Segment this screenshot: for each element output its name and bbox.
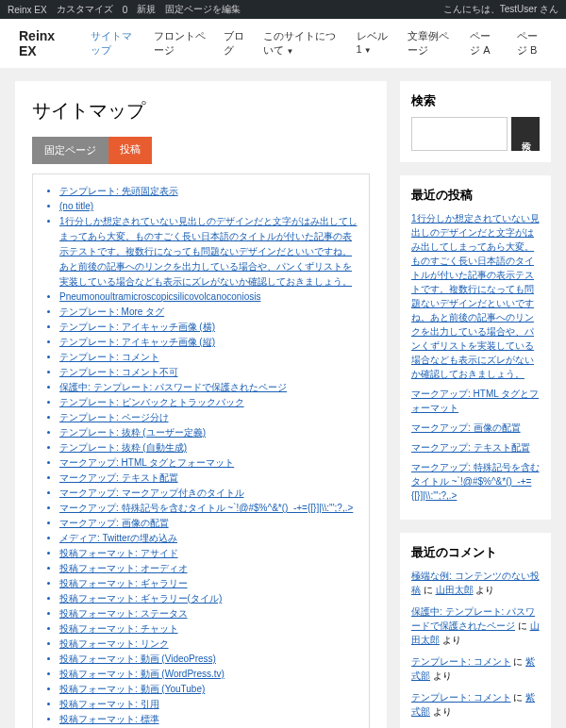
recent-post-link[interactable]: マークアップ: HTML タグとフォーマット xyxy=(411,389,539,413)
post-list-item: (no title) xyxy=(59,199,359,214)
post-link[interactable]: マークアップ: 特殊記号を含むタイトル ~`!@#$%^&*()_-+={[}]… xyxy=(59,503,353,513)
admin-bar-right: こんにちは、TestUser さん xyxy=(443,3,558,16)
post-link[interactable]: 投稿フォーマット: ステータス xyxy=(59,608,188,619)
recent-comments-widget: 最近のコメント 極端な例: コンテンツのない投稿 に 山田太郎 より保護中: テ… xyxy=(400,533,551,728)
admin-bar-item[interactable]: カスタマイズ xyxy=(57,3,113,16)
search-input[interactable] xyxy=(411,117,508,151)
admin-bar: Reinx EXカスタマイズ0新規固定ページを編集 こんにちは、TestUser… xyxy=(0,0,566,19)
nav-link[interactable]: ページ A xyxy=(470,29,500,58)
recent-comments-list: 極端な例: コンテンツのない投稿 に 山田太郎 より保護中: テンプレート: パ… xyxy=(411,569,540,728)
post-link[interactable]: テンプレート: 抜粋 (自動生成) xyxy=(59,442,187,453)
post-list-item: 投稿フォーマット: オーディオ xyxy=(59,561,359,576)
nav-link[interactable]: レベル1▼ xyxy=(357,29,391,58)
comment-post-link[interactable]: 極端な例: コンテンツのない投稿 xyxy=(411,571,540,595)
post-list-item: マークアップ: テキスト配置 xyxy=(59,471,359,486)
post-list: テンプレート: 先頭固定表示(no title)1行分しか想定されていない見出し… xyxy=(32,174,370,728)
search-widget: 検索 検索 xyxy=(400,81,551,162)
recent-comment-item: テンプレート: コメント に 紫式部 より xyxy=(411,654,540,683)
post-link[interactable]: 投稿フォーマット: 動画 (YouTube) xyxy=(59,684,205,694)
post-link[interactable]: 投稿フォーマット: ギャラリー xyxy=(59,578,188,588)
post-link[interactable]: メディア: Twitterの埋め込み xyxy=(59,533,177,543)
post-link[interactable]: テンプレート: 抜粋 (ユーザー定義) xyxy=(59,427,206,438)
post-link[interactable]: テンプレート: アイキャッチ画像 (縦) xyxy=(59,337,215,347)
post-list-item: 保護中: テンプレート: パスワードで保護されたページ xyxy=(59,380,359,395)
nav-link[interactable]: ブログ xyxy=(224,29,246,58)
post-link[interactable]: テンプレート: アイキャッチ画像 (横) xyxy=(59,322,215,332)
post-link[interactable]: テンプレート: More タグ xyxy=(59,306,164,317)
nav-link[interactable]: 文章例ページ xyxy=(408,29,454,58)
admin-bar-item[interactable]: 新規 xyxy=(137,3,156,16)
nav-link[interactable]: ページ B xyxy=(517,29,547,58)
recent-post-link[interactable]: マークアップ: テキスト配置 xyxy=(411,442,530,453)
post-list-item: マークアップ: HTML タグとフォーマット xyxy=(59,455,359,471)
recent-post-item: 1行分しか想定されていない見出しのデザインだと文字がはみ出してしまってあら大変。… xyxy=(411,211,540,381)
post-link[interactable]: マークアップ: マークアップ付きのタイトル xyxy=(59,488,244,498)
post-list-item: 投稿フォーマット: 動画 (VideoPress) xyxy=(59,652,359,667)
post-list-item: メディア: Twitterの埋め込み xyxy=(59,531,359,546)
search-button[interactable]: 検索 xyxy=(511,117,540,151)
post-link[interactable]: 投稿フォーマット: オーディオ xyxy=(59,563,188,573)
nav-link[interactable]: フロントページ xyxy=(154,29,208,58)
post-link[interactable]: テンプレート: コメント不可 xyxy=(59,367,178,377)
site-header: Reinx EX サイトマップフロントページブログこのサイトについて▼レベル1▼… xyxy=(0,19,566,68)
post-list-item: テンプレート: コメント不可 xyxy=(59,365,359,380)
recent-comments-title: 最近のコメント xyxy=(411,544,540,561)
post-list-item: テンプレート: ピンバックとトラックバック xyxy=(59,395,359,410)
sitemap-tab[interactable]: 投稿 xyxy=(108,137,152,164)
post-link[interactable]: 投稿フォーマット: 引用 xyxy=(59,699,159,709)
admin-bar-item[interactable]: Reinx EX xyxy=(8,5,47,15)
post-link[interactable]: 投稿フォーマット: ギャラリー(タイル) xyxy=(59,593,222,604)
post-link[interactable]: テンプレート: ピンバックとトラックバック xyxy=(59,397,244,407)
post-list-item: 投稿フォーマット: アサイド xyxy=(59,546,359,561)
recent-post-link[interactable]: 1行分しか想定されていない見出しのデザインだと文字がはみ出してしまってあら大変。… xyxy=(411,213,540,379)
recent-comment-item: 極端な例: コンテンツのない投稿 に 山田太郎 より xyxy=(411,569,540,597)
comment-post-link[interactable]: テンプレート: コメント xyxy=(411,656,511,667)
admin-bar-item[interactable]: 0 xyxy=(123,5,128,15)
post-list-item: テンプレート: 抜粋 (ユーザー定義) xyxy=(59,425,359,440)
post-link[interactable]: マークアップ: HTML タグとフォーマット xyxy=(59,457,234,468)
post-list-item: テンプレート: 先頭固定表示 xyxy=(59,184,359,199)
post-link[interactable]: テンプレート: 先頭固定表示 xyxy=(59,186,178,196)
post-list-item: 投稿フォーマット: リンク xyxy=(59,637,359,652)
recent-post-link[interactable]: マークアップ: 特殊記号を含むタイトル ~`!@#$%^&*()_-+={[}]… xyxy=(411,462,540,501)
comment-post-link[interactable]: 保護中: テンプレート: パスワードで保護されたページ xyxy=(411,606,535,631)
post-link[interactable]: 保護中: テンプレート: パスワードで保護されたページ xyxy=(59,382,287,392)
chevron-down-icon: ▼ xyxy=(286,47,293,56)
post-list-item: 投稿フォーマット: 動画 (WordPress.tv) xyxy=(59,667,359,682)
post-list-item: マークアップ: 特殊記号を含むタイトル ~`!@#$%^&*()_-+={[}]… xyxy=(59,501,359,516)
recent-post-link[interactable]: マークアップ: 画像の配置 xyxy=(411,422,521,433)
post-link[interactable]: 投稿フォーマット: リンク xyxy=(59,638,169,649)
nav-link[interactable]: このサイトについて▼ xyxy=(263,29,339,58)
sidebar: 検索 検索 最近の投稿 1行分しか想定されていない見出しのデザインだと文字がはみ… xyxy=(400,81,551,728)
recent-posts-title: 最近の投稿 xyxy=(411,187,540,204)
admin-greeting[interactable]: こんにちは、TestUser さん xyxy=(443,3,558,16)
site-title[interactable]: Reinx EX xyxy=(19,28,64,58)
post-list-item: テンプレート: 抜粋 (自動生成) xyxy=(59,440,359,455)
post-link[interactable]: Pneumonoultramicroscopicsilicovolcanocon… xyxy=(59,291,260,302)
sitemap-tab[interactable]: 固定ページ xyxy=(32,137,108,164)
post-link[interactable]: 投稿フォーマット: 動画 (WordPress.tv) xyxy=(59,669,225,679)
nav-link[interactable]: サイトマップ xyxy=(91,29,137,58)
comment-author-link[interactable]: 山田太郎 xyxy=(436,585,474,595)
post-list-item: テンプレート: コメント xyxy=(59,350,359,365)
comment-post-link[interactable]: テンプレート: コメント xyxy=(411,692,511,703)
post-link[interactable]: 投稿フォーマット: アサイド xyxy=(59,548,178,558)
post-link[interactable]: テンプレート: ページ分け xyxy=(59,412,169,422)
post-link[interactable]: マークアップ: テキスト配置 xyxy=(59,472,178,483)
post-list-item: 投稿フォーマット: ステータス xyxy=(59,606,359,621)
post-link[interactable]: 投稿フォーマット: チャット xyxy=(59,623,178,634)
post-link[interactable]: マークアップ: 画像の配置 xyxy=(59,518,169,528)
post-list-item: 投稿フォーマット: 標準 xyxy=(59,712,359,727)
chevron-down-icon: ▼ xyxy=(364,46,372,55)
post-link[interactable]: 投稿フォーマット: 動画 (VideoPress) xyxy=(59,654,216,664)
recent-post-item: マークアップ: 画像の配置 xyxy=(411,421,540,435)
post-link[interactable]: (no title) xyxy=(59,201,93,211)
post-list-item: テンプレート: ページ分け xyxy=(59,410,359,425)
main-content: サイトマップ 固定ページ投稿 テンプレート: 先頭固定表示(no title)1… xyxy=(15,81,387,728)
recent-posts-widget: 最近の投稿 1行分しか想定されていない見出しのデザインだと文字がはみ出してしまっ… xyxy=(400,175,551,520)
admin-bar-item[interactable]: 固定ページを編集 xyxy=(165,3,241,16)
post-link[interactable]: 1行分しか想定されていない見出しのデザインだと文字がはみ出してしまってあら大変。… xyxy=(59,216,358,287)
post-link[interactable]: テンプレート: コメント xyxy=(59,352,159,362)
post-link[interactable]: 投稿フォーマット: 標準 xyxy=(59,714,159,724)
post-list-item: テンプレート: アイキャッチ画像 (縦) xyxy=(59,335,359,350)
